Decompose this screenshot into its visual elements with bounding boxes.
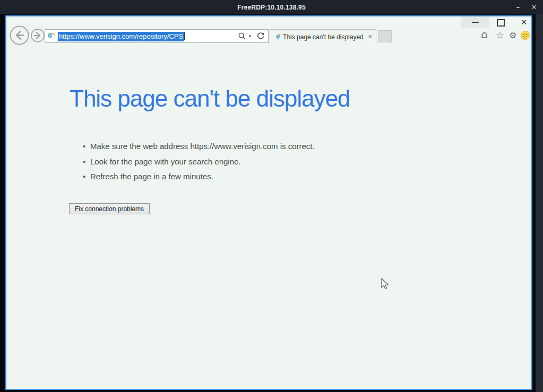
back-button[interactable] bbox=[10, 25, 29, 45]
address-bar[interactable]: e https://www.verisign.com/repository/CP… bbox=[45, 29, 269, 43]
rdp-close-button[interactable]: ✕ bbox=[529, 3, 539, 11]
chevron-down-icon[interactable]: ▾ bbox=[248, 33, 251, 39]
url-selected-text: https://www.verisign.com/repository/CPS bbox=[58, 32, 184, 41]
tab-title: This page can't be displayed bbox=[283, 33, 364, 41]
rdp-titlebar: FreeRDP:10.10.138.95 – ✕ bbox=[0, 0, 543, 14]
refresh-icon[interactable] bbox=[256, 32, 265, 40]
forward-icon bbox=[31, 29, 45, 42]
fix-connection-problems-button[interactable]: Fix connection problems bbox=[69, 203, 150, 214]
rdp-minimize-button[interactable]: – bbox=[513, 3, 523, 11]
minimize-button[interactable] bbox=[461, 16, 489, 28]
mouse-cursor bbox=[380, 278, 391, 291]
rdp-title: FreeRDP:10.10.138.95 bbox=[237, 4, 306, 11]
search-icon[interactable] bbox=[238, 32, 246, 40]
back-icon bbox=[10, 25, 29, 45]
close-button[interactable]: ✕ bbox=[518, 16, 530, 28]
address-bar-icons: ▾ bbox=[238, 32, 268, 40]
tab-page-cant-be-displayed[interactable]: e This page can't be displayed ✕ bbox=[270, 29, 376, 44]
home-icon[interactable]: ⌂ bbox=[481, 28, 488, 41]
ie-logo-icon: e bbox=[47, 32, 56, 40]
minimize-icon bbox=[472, 22, 479, 23]
list-item: Refresh the page in a few minutes. bbox=[90, 169, 315, 185]
maximize-button[interactable] bbox=[497, 19, 505, 27]
new-tab-button[interactable] bbox=[378, 30, 392, 42]
desktop-background-strip bbox=[536, 14, 543, 392]
gear-icon[interactable]: ⚙ bbox=[509, 30, 516, 40]
text-caret bbox=[184, 32, 185, 40]
forward-button[interactable] bbox=[31, 29, 45, 42]
ie-browser-window: e https://www.verisign.com/repository/CP… bbox=[5, 15, 532, 390]
tab-close-icon[interactable]: ✕ bbox=[368, 33, 373, 40]
rdp-window-controls: – ✕ bbox=[513, 0, 539, 14]
list-item: Make sure the web address https://www.ve… bbox=[90, 139, 315, 154]
address-input[interactable]: https://www.verisign.com/repository/CPS bbox=[58, 32, 184, 40]
suggestion-list: Make sure the web address https://www.ve… bbox=[90, 139, 315, 185]
ie-tab-icon: e bbox=[275, 33, 278, 40]
list-item: Look for the page with your search engin… bbox=[90, 154, 315, 170]
favorites-star-icon[interactable]: ☆ bbox=[496, 30, 504, 41]
smiley-feedback-icon[interactable] bbox=[521, 31, 530, 40]
page-title: This page can't be displayed bbox=[70, 85, 350, 112]
